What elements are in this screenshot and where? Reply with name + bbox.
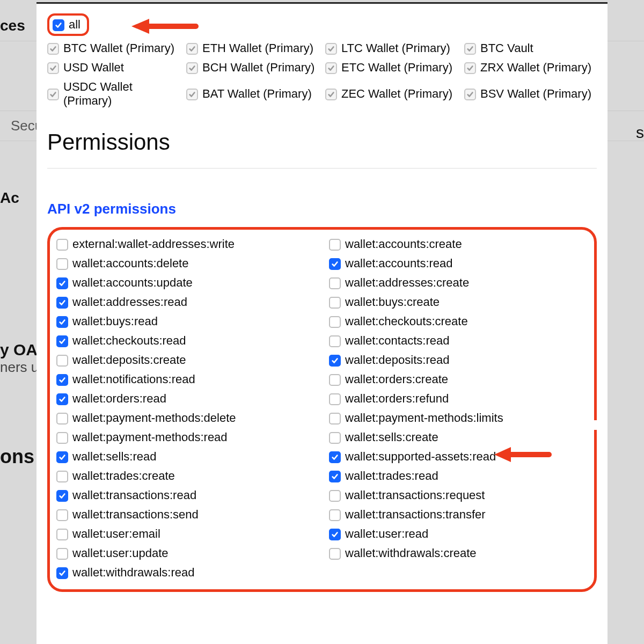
checkbox[interactable] (325, 62, 337, 74)
checkbox[interactable] (329, 258, 341, 270)
checkbox[interactable] (329, 277, 341, 289)
checkbox[interactable] (47, 89, 59, 100)
account-item[interactable]: BTC Vault (464, 41, 597, 55)
checkbox[interactable] (56, 567, 68, 579)
account-item[interactable]: ZEC Wallet (Primary) (325, 80, 458, 108)
account-item[interactable]: ETC Wallet (Primary) (325, 61, 458, 75)
checkbox[interactable] (56, 471, 68, 482)
permission-item[interactable]: wallet:transactions:read (56, 488, 313, 502)
checkbox-all[interactable] (53, 19, 64, 31)
permission-item[interactable]: wallet:checkouts:read (56, 334, 313, 348)
permission-item[interactable]: external:wallet-addresses:write (56, 237, 313, 251)
permission-item[interactable]: wallet:checkouts:create (329, 314, 586, 328)
permission-item[interactable]: wallet:user:update (56, 546, 313, 560)
checkbox[interactable] (186, 43, 198, 55)
checkbox[interactable] (56, 297, 68, 309)
permission-item[interactable]: wallet:orders:create (329, 372, 586, 386)
permission-item[interactable]: wallet:buys:read (56, 314, 313, 328)
checkbox[interactable] (56, 509, 68, 521)
account-item[interactable]: BTC Wallet (Primary) (47, 41, 180, 55)
account-item[interactable]: BCH Wallet (Primary) (186, 61, 319, 75)
permission-item[interactable]: wallet:supported-assets:read (329, 450, 586, 464)
permission-item[interactable]: wallet:accounts:update (56, 276, 313, 290)
checkbox[interactable] (56, 258, 68, 270)
account-item[interactable]: BSV Wallet (Primary) (464, 80, 597, 108)
checkbox[interactable] (329, 316, 341, 328)
checkbox[interactable] (47, 43, 59, 55)
permission-item[interactable]: wallet:trades:create (56, 469, 313, 483)
checkbox[interactable] (325, 43, 337, 55)
permission-item[interactable]: wallet:withdrawals:create (329, 546, 586, 560)
permission-item[interactable]: wallet:accounts:read (329, 257, 586, 270)
permission-item[interactable]: wallet:orders:read (56, 392, 313, 406)
checkbox[interactable] (329, 490, 341, 502)
checkbox[interactable] (186, 62, 198, 74)
checkbox[interactable] (47, 62, 59, 74)
permission-item[interactable]: wallet:addresses:read (56, 295, 313, 309)
checkbox[interactable] (329, 355, 341, 367)
checkbox[interactable] (56, 432, 68, 444)
checkbox[interactable] (56, 490, 68, 502)
permission-item[interactable]: wallet:withdrawals:read (56, 566, 313, 580)
permission-item[interactable]: wallet:trades:read (329, 469, 586, 483)
checkbox[interactable] (56, 529, 68, 540)
checkbox[interactable] (464, 43, 476, 55)
account-item[interactable]: USDC Wallet (Primary) (47, 80, 180, 108)
checkbox[interactable] (329, 335, 341, 347)
checkbox[interactable] (56, 374, 68, 386)
checkbox[interactable] (464, 89, 476, 100)
permission-item[interactable]: wallet:addresses:create (329, 276, 586, 290)
checkbox[interactable] (56, 316, 68, 328)
checkbox[interactable] (56, 451, 68, 463)
permission-item[interactable]: wallet:payment-methods:read (56, 430, 313, 444)
checkbox[interactable] (464, 62, 476, 74)
checkbox[interactable] (56, 548, 68, 560)
permission-item[interactable]: wallet:user:read (329, 527, 586, 541)
checkbox[interactable] (56, 239, 68, 251)
checkbox[interactable] (329, 297, 341, 309)
checkbox[interactable] (56, 413, 68, 425)
permission-item[interactable]: wallet:accounts:delete (56, 257, 313, 270)
checkbox[interactable] (329, 471, 341, 482)
checkbox[interactable] (325, 89, 337, 100)
checkbox[interactable] (186, 89, 198, 100)
checkbox[interactable] (56, 277, 68, 289)
permission-item[interactable]: wallet:orders:refund (329, 392, 586, 406)
checkbox[interactable] (329, 393, 341, 405)
permission-item[interactable]: wallet:transactions:request (329, 488, 586, 502)
permission-item[interactable]: wallet:transactions:send (56, 508, 313, 522)
permission-item[interactable]: wallet:sells:read (56, 450, 313, 464)
permission-item[interactable]: wallet:payment-methods:limits (329, 411, 586, 425)
checkbox[interactable] (329, 509, 341, 521)
checkbox[interactable] (329, 529, 341, 540)
permission-label: wallet:accounts:read (345, 257, 453, 270)
checkbox[interactable] (329, 432, 341, 444)
permission-item[interactable]: wallet:notifications:read (56, 372, 313, 386)
permission-item[interactable]: wallet:sells:create (329, 430, 586, 444)
account-item[interactable]: LTC Wallet (Primary) (325, 41, 458, 55)
checkbox[interactable] (56, 355, 68, 367)
permission-label: wallet:accounts:create (345, 237, 462, 251)
checkbox[interactable] (329, 413, 341, 425)
account-item[interactable]: USD Wallet (47, 61, 180, 75)
checkbox[interactable] (56, 393, 68, 405)
account-item[interactable]: BAT Wallet (Primary) (186, 80, 319, 108)
checkbox[interactable] (329, 548, 341, 560)
account-all[interactable]: all (47, 13, 597, 36)
checkbox[interactable] (56, 335, 68, 347)
checkbox[interactable] (329, 451, 341, 463)
permission-item[interactable]: wallet:transactions:transfer (329, 508, 586, 522)
account-label: USDC Wallet (Primary) (63, 80, 180, 108)
permission-item[interactable]: wallet:deposits:read (329, 353, 586, 367)
permission-item[interactable]: wallet:deposits:create (56, 353, 313, 367)
permission-item[interactable]: wallet:user:email (56, 527, 313, 541)
permission-label: external:wallet-addresses:write (72, 237, 235, 251)
permission-item[interactable]: wallet:buys:create (329, 295, 586, 309)
checkbox[interactable] (329, 239, 341, 251)
permission-item[interactable]: wallet:contacts:read (329, 334, 586, 348)
permission-item[interactable]: wallet:accounts:create (329, 237, 586, 251)
checkbox[interactable] (329, 374, 341, 386)
account-item[interactable]: ETH Wallet (Primary) (186, 41, 319, 55)
account-item[interactable]: ZRX Wallet (Primary) (464, 61, 597, 75)
permission-item[interactable]: wallet:payment-methods:delete (56, 411, 313, 425)
